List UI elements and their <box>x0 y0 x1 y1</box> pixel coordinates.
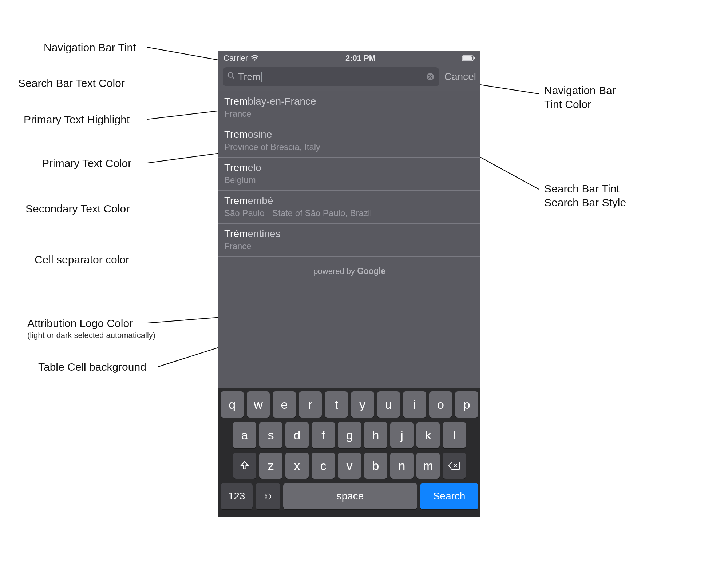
svg-rect-11 <box>474 57 475 59</box>
search-icon <box>227 72 235 82</box>
key-i[interactable]: i <box>403 391 426 418</box>
table-row[interactable]: Tremelo Belgium <box>218 158 480 191</box>
annotation-primary-text-highlight: Primary Text Highlight <box>24 113 130 127</box>
annotation-search-bar-text-color: Search Bar Text Color <box>18 76 125 90</box>
key-c[interactable]: c <box>312 453 335 479</box>
key-f[interactable]: f <box>312 422 335 448</box>
battery-icon <box>462 55 475 61</box>
annotation-attribution-logo-color: Attribution Logo Color (light or dark se… <box>27 316 155 340</box>
key-l[interactable]: l <box>443 422 466 448</box>
primary-text: Tremembé <box>224 195 475 207</box>
key-backspace[interactable] <box>443 453 466 479</box>
cancel-button[interactable]: Cancel <box>444 71 476 83</box>
status-bar: Carrier 2:01 PM <box>218 51 480 65</box>
svg-line-0 <box>147 47 218 60</box>
secondary-text: Province of Brescia, Italy <box>224 142 475 152</box>
key-emoji[interactable]: ☺ <box>256 483 280 509</box>
key-h[interactable]: h <box>364 422 387 448</box>
annotation-nav-bar-tint-color: Navigation BarTint Color <box>544 84 616 111</box>
svg-point-12 <box>228 73 233 77</box>
key-t[interactable]: t <box>325 391 348 418</box>
key-search[interactable]: Search <box>420 483 478 509</box>
annotation-primary-text-color: Primary Text Color <box>42 156 131 170</box>
key-v[interactable]: v <box>338 453 361 479</box>
search-query-text: Trem <box>238 71 423 83</box>
keyboard: q w e r t y u i o p a s d f g h j k l <box>218 388 480 517</box>
secondary-text: France <box>224 109 475 119</box>
iphone-screen: Carrier 2:01 PM Trem <box>218 51 480 517</box>
key-b[interactable]: b <box>364 453 387 479</box>
key-r[interactable]: r <box>299 391 322 418</box>
primary-text: Tremosine <box>224 129 475 140</box>
key-e[interactable]: e <box>273 391 296 418</box>
annotation-nav-bar-tint: Navigation Bar Tint <box>44 41 136 55</box>
key-g[interactable]: g <box>338 422 361 448</box>
secondary-text: France <box>224 241 475 251</box>
key-o[interactable]: o <box>429 391 452 418</box>
primary-text: Tremelo <box>224 162 475 174</box>
key-z[interactable]: z <box>259 453 282 479</box>
results-table: Tremblay-en-France France Tremosine Prov… <box>218 91 480 257</box>
carrier-label: Carrier <box>223 53 248 63</box>
primary-text: Trémentines <box>224 228 475 240</box>
key-j[interactable]: j <box>390 422 414 448</box>
key-x[interactable]: x <box>285 453 309 479</box>
attribution: powered by Google <box>218 257 480 291</box>
table-row[interactable]: Tremosine Province of Brescia, Italy <box>218 124 480 158</box>
annotation-table-cell-background: Table Cell background <box>38 360 146 374</box>
annotation-search-bar-tint-style: Search Bar TintSearch Bar Style <box>544 182 626 209</box>
svg-line-13 <box>232 77 234 79</box>
annotation-cell-separator-color: Cell separator color <box>35 253 129 267</box>
clock: 2:01 PM <box>345 53 376 63</box>
key-w[interactable]: w <box>247 391 270 418</box>
key-123[interactable]: 123 <box>221 483 253 509</box>
table-row[interactable]: Tremembé São Paulo - State of São Paulo,… <box>218 191 480 224</box>
search-field[interactable]: Trem <box>223 67 439 86</box>
key-y[interactable]: y <box>351 391 374 418</box>
key-shift[interactable] <box>233 453 256 479</box>
key-d[interactable]: d <box>285 422 309 448</box>
key-m[interactable]: m <box>416 453 440 479</box>
table-row[interactable]: Trémentines France <box>218 224 480 257</box>
key-k[interactable]: k <box>416 422 440 448</box>
table-row[interactable]: Tremblay-en-France France <box>218 91 480 124</box>
key-a[interactable]: a <box>233 422 256 448</box>
primary-text: Tremblay-en-France <box>224 96 475 107</box>
search-bar: Trem Cancel <box>218 65 480 91</box>
key-s[interactable]: s <box>259 422 282 448</box>
key-n[interactable]: n <box>390 453 414 479</box>
svg-line-8 <box>473 84 539 94</box>
wifi-icon <box>251 55 259 61</box>
secondary-text: Belgium <box>224 175 475 185</box>
google-logo: Google <box>357 266 385 276</box>
key-p[interactable]: p <box>455 391 478 418</box>
key-q[interactable]: q <box>221 391 244 418</box>
secondary-text: São Paulo - State of São Paulo, Brazil <box>224 208 475 218</box>
key-u[interactable]: u <box>377 391 400 418</box>
svg-rect-10 <box>463 56 472 60</box>
key-space[interactable]: space <box>283 483 417 509</box>
annotation-secondary-text-color: Secondary Text Color <box>25 202 130 216</box>
clear-icon[interactable] <box>426 72 435 81</box>
